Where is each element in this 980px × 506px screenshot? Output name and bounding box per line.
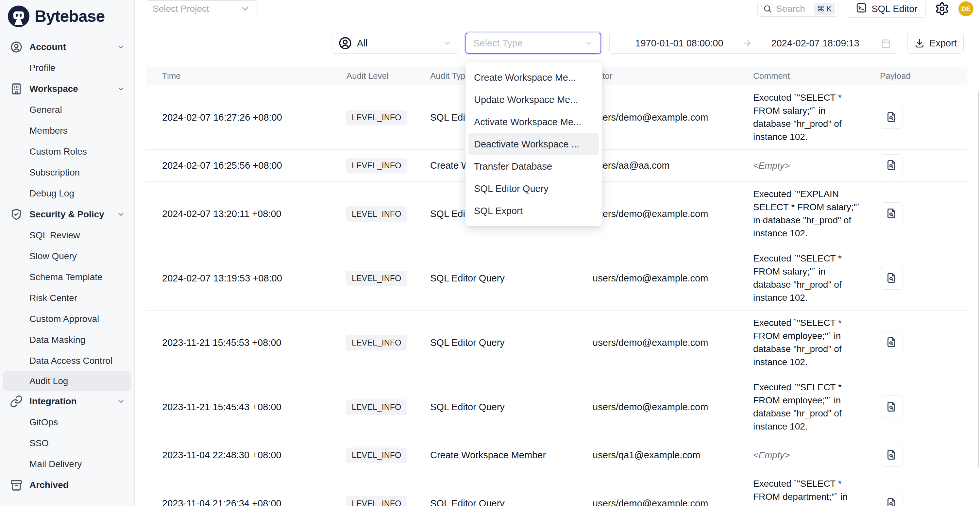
- brand-logo[interactable]: Bytebase: [0, 0, 134, 33]
- cell-actor: users/demo@example.com: [593, 273, 753, 284]
- date-to[interactable]: 2024-02-07 18:09:13: [752, 38, 878, 49]
- payload-button[interactable]: [880, 396, 903, 418]
- sidebar-item-label: Debug Log: [29, 188, 74, 199]
- sql-editor-label: SQL Editor: [872, 3, 918, 14]
- sidebar-item-schema-template[interactable]: Schema Template: [0, 267, 134, 288]
- sidebar-item-data-masking[interactable]: Data Masking: [0, 329, 134, 350]
- menu-item-transfer-database[interactable]: Transfer Database: [468, 155, 599, 178]
- cell-audit-level: LEVEL_INFO: [343, 335, 430, 350]
- cell-comment: Executed `"SELECT * FROM salary;"` in da…: [753, 85, 872, 150]
- sidebar-section-label: Archived: [29, 480, 68, 490]
- sidebar-item-gitops[interactable]: GitOps: [0, 412, 134, 433]
- cell-audit-type: SQL Editor Query: [430, 402, 593, 412]
- avatar[interactable]: DE: [958, 1, 974, 16]
- sql-editor-button[interactable]: SQL Editor: [848, 0, 926, 18]
- payload-button[interactable]: [880, 202, 903, 225]
- bytebase-logo-icon: [8, 6, 29, 27]
- cell-time: 2024-02-07 13:19:53 +08:00: [146, 273, 343, 284]
- cell-payload: [872, 331, 967, 354]
- cell-actor: users/qa1@example.com: [593, 450, 753, 461]
- type-filter-select[interactable]: Select Type: [466, 33, 601, 54]
- sidebar-item-profile[interactable]: Profile: [0, 57, 134, 78]
- export-button[interactable]: Export: [907, 33, 964, 54]
- level-badge: LEVEL_INFO: [346, 496, 407, 506]
- sidebar-item-label: Profile: [29, 63, 55, 73]
- cell-actor: users/demo@example.com: [593, 337, 753, 348]
- sidebar-item-label: SSO: [29, 438, 49, 449]
- menu-item-sql-export[interactable]: SQL Export: [468, 200, 599, 222]
- menu-item-create-workspace-me[interactable]: Create Workspace Me...: [468, 66, 599, 89]
- sidebar-item-label: SQL Review: [29, 230, 80, 240]
- level-badge: LEVEL_INFO: [346, 399, 407, 415]
- sidebar-item-custom-roles[interactable]: Custom Roles: [0, 141, 134, 162]
- sidebar-section-label: Account: [29, 42, 66, 52]
- file-search-icon: [886, 336, 897, 349]
- file-search-icon: [886, 208, 897, 220]
- table-row: 2023-11-21 15:45:53 +08:00LEVEL_INFOSQL …: [146, 310, 967, 375]
- payload-button[interactable]: [880, 492, 903, 506]
- sidebar-item-risk-center[interactable]: Risk Center: [0, 288, 134, 309]
- column-header-audit-level: Audit Level: [343, 71, 430, 81]
- scrollbar[interactable]: [978, 92, 979, 468]
- calendar-icon: [880, 38, 891, 49]
- cell-audit-level: LEVEL_INFO: [343, 206, 430, 222]
- type-dropdown-menu: Create Workspace Me...Update Workspace M…: [466, 62, 602, 226]
- cell-time: 2024-02-07 16:25:56 +08:00: [146, 160, 343, 171]
- date-range-picker[interactable]: 1970-01-01 08:00:00 2024-02-07 18:09:13: [609, 33, 898, 54]
- archive-icon: [10, 479, 23, 492]
- column-header-actor: Actor: [593, 71, 753, 81]
- actor-filter-select[interactable]: All: [331, 33, 459, 54]
- payload-button[interactable]: [880, 444, 903, 467]
- level-badge: LEVEL_INFO: [346, 447, 407, 463]
- sidebar-item-sso[interactable]: SSO: [0, 433, 134, 454]
- payload-button[interactable]: [880, 267, 903, 290]
- sidebar-item-custom-approval[interactable]: Custom Approval: [0, 309, 134, 329]
- payload-button[interactable]: [880, 331, 903, 354]
- payload-button[interactable]: [880, 154, 903, 177]
- sidebar-item-subscription[interactable]: Subscription: [0, 162, 134, 183]
- search-input[interactable]: Search ⌘ K: [757, 1, 838, 17]
- settings-gear-icon[interactable]: [935, 2, 949, 16]
- arrow-right-icon: [742, 38, 752, 48]
- project-select-placeholder: Select Project: [153, 3, 209, 14]
- cell-payload: [872, 154, 967, 177]
- sidebar-item-members[interactable]: Members: [0, 120, 134, 141]
- chevron-down-icon: [117, 85, 125, 93]
- menu-item-activate-workspace-me[interactable]: Activate Workspace Me...: [468, 111, 599, 133]
- payload-button[interactable]: [880, 106, 903, 129]
- cell-payload: [872, 396, 967, 418]
- file-search-icon: [886, 272, 897, 285]
- sidebar-item-sql-review[interactable]: SQL Review: [0, 225, 134, 246]
- cell-comment: Executed `"SELECT * FROM salary;"` in da…: [753, 246, 872, 310]
- sidebar-item-debug-log[interactable]: Debug Log: [0, 183, 134, 204]
- sidebar-section-integration[interactable]: Integration: [0, 391, 134, 412]
- sidebar-section-workspace[interactable]: Workspace: [0, 78, 134, 99]
- level-badge: LEVEL_INFO: [346, 110, 407, 125]
- file-search-icon: [886, 111, 897, 124]
- project-select[interactable]: Select Project: [146, 0, 257, 18]
- sidebar-item-mail-delivery[interactable]: Mail Delivery: [0, 454, 134, 475]
- level-badge: LEVEL_INFO: [346, 335, 407, 350]
- table-row: 2023-11-04 21:26:34 +08:00LEVEL_INFOSQL …: [146, 471, 967, 506]
- sidebar-section-security-policy[interactable]: Security & Policy: [0, 204, 134, 225]
- date-from[interactable]: 1970-01-01 08:00:00: [616, 38, 742, 49]
- user-circle-icon: [339, 37, 352, 50]
- cell-audit-type: SQL Editor Query: [430, 337, 593, 348]
- building-icon: [10, 83, 23, 95]
- menu-item-update-workspace-me[interactable]: Update Workspace Me...: [468, 89, 599, 111]
- brand-name: Bytebase: [35, 7, 105, 26]
- sidebar-item-audit-log[interactable]: Audit Log: [3, 371, 131, 391]
- sidebar-section-archived[interactable]: Archived: [0, 475, 134, 496]
- shield-check-icon: [10, 208, 23, 221]
- sidebar-section-label: Security & Policy: [29, 209, 104, 220]
- sidebar-item-data-access-control[interactable]: Data Access Control: [0, 350, 134, 371]
- sidebar-item-general[interactable]: General: [0, 99, 134, 120]
- menu-item-deactivate-workspace[interactable]: Deactivate Workspace ...: [468, 133, 599, 155]
- sidebar-item-slow-query[interactable]: Slow Query: [0, 246, 134, 267]
- sidebar-item-label: Mail Delivery: [29, 459, 82, 469]
- sidebar-section-account[interactable]: Account: [0, 37, 134, 57]
- menu-item-sql-editor-query[interactable]: SQL Editor Query: [468, 178, 599, 200]
- link-icon: [10, 395, 23, 408]
- cell-comment: <Empty>: [753, 153, 872, 178]
- file-search-icon: [886, 497, 897, 506]
